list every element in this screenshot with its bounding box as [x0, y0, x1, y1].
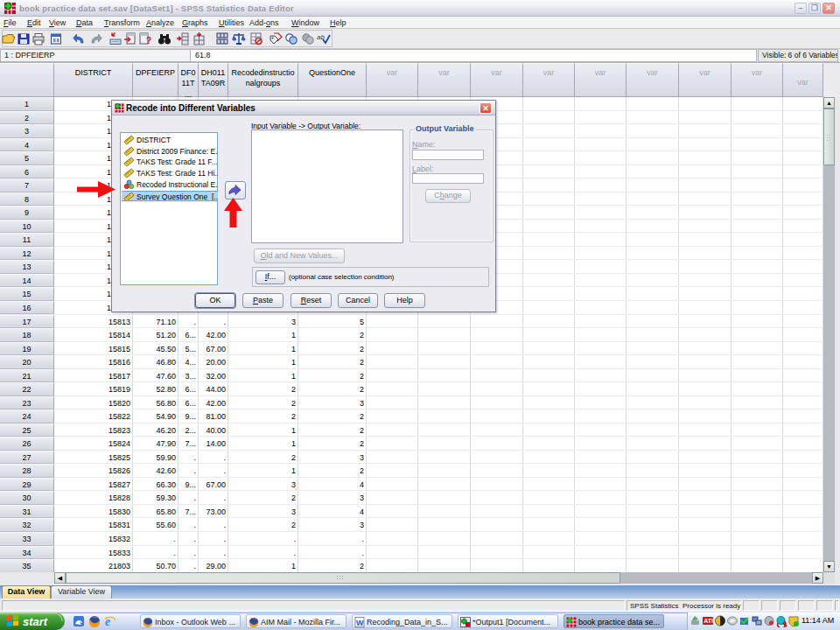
svg-text:W: W	[356, 619, 364, 627]
svg-text:?: ?	[146, 36, 151, 46]
svg-text:start: start	[23, 615, 48, 628]
svg-text:ATI: ATI	[704, 618, 713, 624]
